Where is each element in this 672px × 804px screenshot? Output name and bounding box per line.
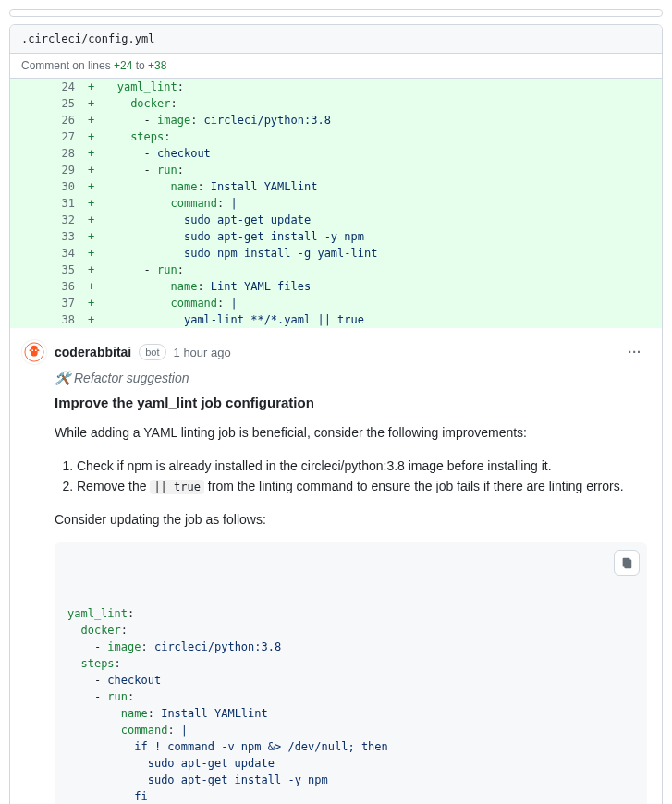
- list-item-text: from the linting command to ensure the j…: [204, 479, 624, 493]
- line-num-old: [10, 262, 47, 278]
- avatar[interactable]: [21, 339, 47, 365]
- line-num-new: 28: [47, 145, 84, 162]
- line-num-old: [10, 195, 47, 212]
- diff-code: yaml_lint:: [98, 79, 662, 95]
- suggestion-label: 🛠️ Refactor suggestion: [55, 371, 647, 385]
- diff-marker: +: [84, 245, 98, 262]
- diff-code: name: Lint YAML files: [98, 278, 662, 295]
- code-line: if ! command -v npm &> /dev/null; then: [67, 738, 634, 755]
- range-prefix: Comment on lines: [21, 59, 114, 72]
- comment-range: Comment on lines +24 to +38: [10, 54, 662, 79]
- line-num-old: [10, 295, 47, 311]
- diff-row: 34+ sudo npm install -g yaml-lint: [10, 245, 662, 262]
- diff-row: 31+ command: |: [10, 195, 662, 212]
- line-num-old: [10, 178, 47, 195]
- diff-marker: +: [84, 112, 98, 128]
- range-to: +38: [148, 59, 166, 72]
- line-num-old: [10, 311, 47, 328]
- diff-row: 26+ - image: circleci/python:3.8: [10, 112, 662, 128]
- line-num-old: [10, 162, 47, 178]
- diff-marker: +: [84, 145, 98, 162]
- comment-menu-button[interactable]: ···: [622, 343, 647, 361]
- line-num-old: [10, 95, 47, 112]
- review-panel: .circleci/config.yml Comment on lines +2…: [9, 24, 663, 804]
- diff-row: 38+ yaml-lint **/*.yaml || true: [10, 311, 662, 328]
- line-num-old: [10, 112, 47, 128]
- diff-row: 32+ sudo apt-get update: [10, 212, 662, 228]
- list-item-text: Remove the: [77, 479, 150, 493]
- diff-code: name: Install YAMLlint: [98, 178, 662, 195]
- diff-code: steps:: [98, 128, 662, 145]
- diff-row: 35+ - run:: [10, 262, 662, 278]
- diff-marker: +: [84, 195, 98, 212]
- diff-marker: +: [84, 278, 98, 295]
- diff-code: - run:: [98, 162, 662, 178]
- diff-code: - run:: [98, 262, 662, 278]
- code-line: steps:: [67, 655, 634, 672]
- diff-row: 30+ name: Install YAMLlint: [10, 178, 662, 195]
- diff-row: 37+ command: |: [10, 295, 662, 311]
- svg-point-1: [31, 349, 33, 351]
- line-num-new: 35: [47, 262, 84, 278]
- line-num-new: 31: [47, 195, 84, 212]
- range-from: +24: [114, 59, 132, 72]
- file-path[interactable]: .circleci/config.yml: [10, 25, 662, 54]
- code-line: - image: circleci/python:3.8: [67, 639, 634, 655]
- diff-marker: +: [84, 162, 98, 178]
- diff-marker: +: [84, 228, 98, 245]
- comment-author[interactable]: coderabbitai: [55, 345, 131, 359]
- diff-marker: +: [84, 79, 98, 95]
- line-num-new: 36: [47, 278, 84, 295]
- diff-code: sudo apt-get update: [98, 212, 662, 228]
- line-num-new: 32: [47, 212, 84, 228]
- line-num-old: [10, 212, 47, 228]
- comment-title: Improve the yaml_lint job configuration: [55, 395, 647, 410]
- diff-marker: +: [84, 262, 98, 278]
- svg-point-2: [35, 349, 37, 351]
- diff-code: command: |: [98, 195, 662, 212]
- code-line: docker:: [67, 622, 634, 639]
- diff-marker: +: [84, 128, 98, 145]
- suggested-code: yaml_lint: docker: - image: circleci/pyt…: [55, 542, 647, 804]
- previous-panel-edge: [9, 9, 663, 17]
- line-num-new: 27: [47, 128, 84, 145]
- diff-code: sudo npm install -g yaml-lint: [98, 245, 662, 262]
- line-num-new: 34: [47, 245, 84, 262]
- diff-marker: +: [84, 95, 98, 112]
- tools-icon: 🛠️: [55, 371, 70, 385]
- diff-code: - image: circleci/python:3.8: [98, 112, 662, 128]
- diff-code: sudo apt-get install -y npm: [98, 228, 662, 245]
- code-line: yaml_lint:: [67, 605, 634, 622]
- line-num-new: 37: [47, 295, 84, 311]
- line-num-old: [10, 278, 47, 295]
- list-item: Check if npm is already installed in the…: [77, 456, 647, 476]
- comment-body: 🛠️ Refactor suggestion Improve the yaml_…: [55, 371, 647, 804]
- bot-badge: bot: [139, 344, 165, 360]
- diff-row: 28+ - checkout: [10, 145, 662, 162]
- inline-code: || true: [150, 480, 204, 494]
- diff-row: 36+ name: Lint YAML files: [10, 278, 662, 295]
- diff-code: yaml-lint **/*.yaml || true: [98, 311, 662, 328]
- comment-outro: Consider updating the job as follows:: [55, 510, 647, 530]
- comment-list: Check if npm is already installed in the…: [55, 456, 647, 497]
- code-line: sudo apt-get install -y npm: [67, 772, 634, 788]
- code-line: sudo apt-get update: [67, 755, 634, 772]
- diff-row: 27+ steps:: [10, 128, 662, 145]
- suggestion-label-text: Refactor suggestion: [74, 371, 189, 385]
- code-line: fi: [67, 788, 634, 804]
- comment-time[interactable]: 1 hour ago: [174, 346, 231, 359]
- line-num-new: 29: [47, 162, 84, 178]
- comment-intro: While adding a YAML linting job is benef…: [55, 423, 647, 443]
- line-num-old: [10, 145, 47, 162]
- code-line: command: |: [67, 722, 634, 738]
- diff-code: command: |: [98, 295, 662, 311]
- diff-code: - checkout: [98, 145, 662, 162]
- diff-code: docker:: [98, 95, 662, 112]
- diff-table: 24+ yaml_lint:25+ docker:26+ - image: ci…: [10, 79, 662, 328]
- diff-marker: +: [84, 212, 98, 228]
- line-num-new: 26: [47, 112, 84, 128]
- line-num-old: [10, 128, 47, 145]
- diff-row: 29+ - run:: [10, 162, 662, 178]
- line-num-old: [10, 228, 47, 245]
- copy-button[interactable]: [614, 550, 640, 576]
